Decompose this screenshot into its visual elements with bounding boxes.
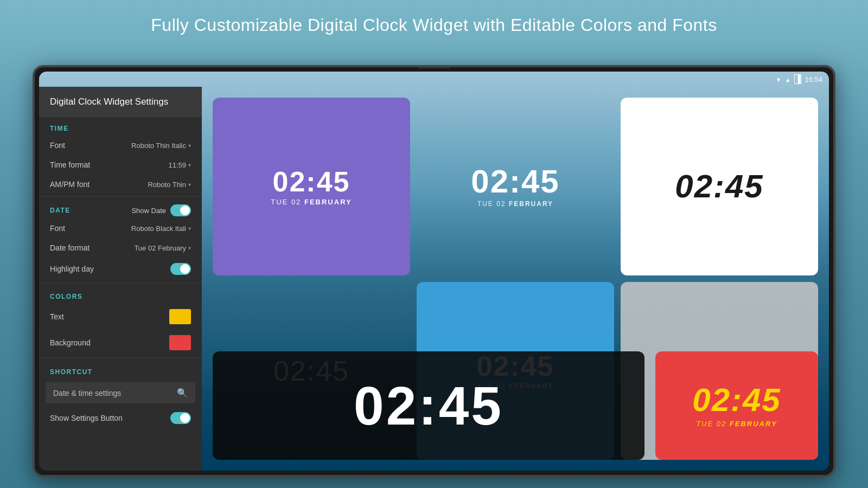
date-font-row[interactable]: Font Roboto Black Itali ▾ (39, 219, 202, 238)
date-font-dropdown[interactable]: Roboto Black Itali ▾ (131, 224, 191, 233)
widget-transparent-time: 02:45 (471, 165, 559, 198)
text-color-label: Text (50, 312, 64, 321)
font-label: Font (50, 141, 65, 150)
wifi-icon (776, 75, 782, 84)
show-settings-label: Show Settings Button (50, 414, 123, 422)
divider-3 (39, 358, 202, 358)
chevron-down-icon-4: ▾ (188, 226, 191, 232)
widget-transparent-date: TUE 02 FEBRUARY (477, 200, 553, 208)
background-color-row[interactable]: Background (39, 330, 202, 356)
section-date: DATE (50, 207, 71, 214)
show-date-label: Show Date (131, 207, 166, 215)
ampm-font-value: Roboto Thin (148, 181, 186, 189)
settings-panel: Digital Clock Widget Settings TIME Font … (39, 87, 202, 471)
ampm-font-label: AM/PM font (50, 180, 90, 189)
background-color-swatch[interactable] (169, 335, 191, 350)
date-font-label: Font (50, 224, 65, 233)
widget-transparent: 02:45 TUE 02 FEBRUARY (417, 98, 614, 275)
time-format-label: Time format (50, 160, 90, 169)
text-color-row[interactable]: Text (39, 304, 202, 330)
font-value: Roboto Thin Italic (131, 142, 186, 150)
widget-purple-time: 02:45 (273, 168, 350, 196)
date-header-row: DATE Show Date (39, 199, 202, 219)
time-format-value: 11:59 (168, 161, 186, 169)
date-format-dropdown[interactable]: Tue 02 February ▾ (134, 244, 191, 252)
tablet-frame: 16:54 Digital Clock Widget Settings TIME… (33, 65, 835, 477)
widget-purple: 02:45 TUE 02 FEBRUARY (213, 98, 410, 275)
signal-icon (785, 75, 791, 84)
font-row[interactable]: Font Roboto Thin Italic ▾ (39, 136, 202, 155)
font-dropdown[interactable]: Roboto Thin Italic ▾ (131, 142, 191, 150)
date-format-value: Tue 02 February (134, 244, 186, 252)
date-format-row[interactable]: Date format Tue 02 February ▾ (39, 238, 202, 258)
divider-2 (39, 282, 202, 283)
highlight-day-label: Highlight day (50, 265, 94, 273)
section-colors: COLORS (39, 285, 202, 304)
ampm-font-row[interactable]: AM/PM font Roboto Thin ▾ (39, 175, 202, 194)
divider-1 (39, 196, 202, 197)
widget-white-time: 02:45 (675, 170, 763, 203)
settings-panel-title: Digital Clock Widget Settings (39, 87, 202, 117)
widget-red-time: 02:45 (692, 384, 781, 416)
shortcut-input-text: Date & time settings (53, 389, 121, 397)
status-icons: 16:54 (776, 75, 822, 84)
show-date-control[interactable]: Show Date (131, 204, 191, 216)
battery-icon (794, 75, 802, 84)
time-format-row[interactable]: Time format 11:59 ▾ (39, 155, 202, 175)
tablet-screen: 16:54 Digital Clock Widget Settings TIME… (39, 72, 829, 471)
show-settings-toggle[interactable] (170, 412, 191, 424)
background-color-label: Background (50, 338, 91, 347)
search-icon: 🔍 (177, 388, 188, 398)
date-format-label: Date format (50, 243, 90, 252)
tablet-button (834, 260, 835, 282)
chevron-down-icon-2: ▾ (188, 162, 191, 168)
time-format-dropdown[interactable]: 11:59 ▾ (168, 161, 191, 169)
text-color-swatch[interactable] (169, 309, 191, 324)
highlight-day-row[interactable]: Highlight day (39, 258, 202, 280)
status-bar: 16:54 (39, 72, 829, 87)
show-date-toggle[interactable] (170, 204, 191, 216)
show-settings-row[interactable]: Show Settings Button (39, 407, 202, 429)
shortcut-input[interactable]: Date & time settings 🔍 (46, 382, 195, 403)
widget-dark-large: 02:45 (213, 351, 644, 460)
highlight-day-toggle[interactable] (170, 263, 191, 275)
widget-red-date: TUE 02 FEBRUARY (696, 420, 777, 428)
page-title: Fully Customizable Digital Clock Widget … (0, 0, 868, 46)
status-time: 16:54 (805, 75, 822, 84)
widget-white: 02:45 (621, 98, 818, 275)
date-font-value: Roboto Black Itali (131, 224, 186, 233)
widget-red: 02:45 TUE 02 FEBRUARY (655, 351, 818, 460)
chevron-down-icon-3: ▾ (188, 182, 191, 188)
ampm-font-dropdown[interactable]: Roboto Thin ▾ (148, 181, 191, 189)
tablet-camera (418, 65, 450, 68)
chevron-down-icon: ▾ (188, 143, 191, 149)
section-shortcut: SHORTCUT (39, 361, 202, 379)
widget-dark-time: 02:45 (354, 378, 503, 433)
section-time: TIME (39, 117, 202, 136)
chevron-down-icon-5: ▾ (188, 245, 191, 251)
widget-purple-date: TUE 02 FEBRUARY (271, 198, 352, 206)
